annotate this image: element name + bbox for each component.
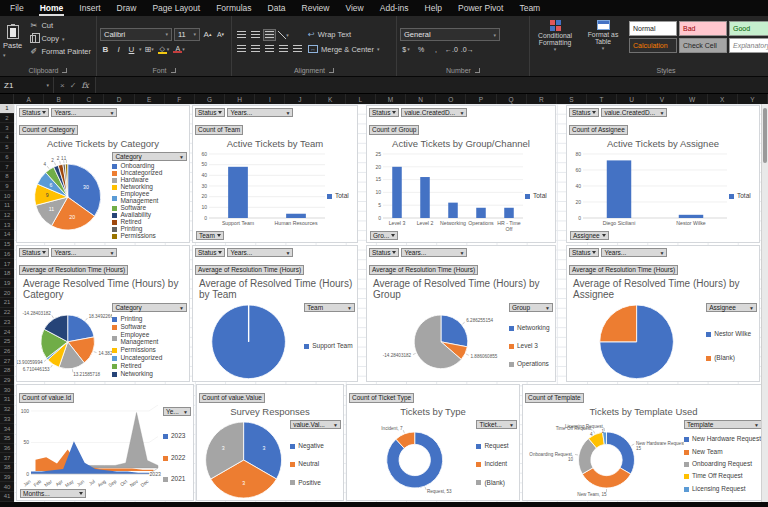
legend-field-ticket[interactable]: Ticket...▼ <box>476 420 517 429</box>
column-header-m[interactable]: M <box>376 94 406 104</box>
ribbon-tab-file[interactable]: File <box>2 0 32 16</box>
filter-status[interactable]: Status <box>369 248 399 257</box>
row-header-22[interactable]: 22 <box>0 308 14 318</box>
filter-ye[interactable]: Ye...▼ <box>163 407 191 416</box>
row-header-8[interactable]: 8 <box>0 172 14 182</box>
column-header-p[interactable]: P <box>466 94 496 104</box>
filter-months[interactable]: Months... <box>20 489 86 498</box>
copy-button[interactable]: Copy ▾ <box>27 32 93 45</box>
row-header-34[interactable]: 34 <box>0 424 14 434</box>
pivot-field-count-of-category[interactable]: Count of Category <box>19 125 78 135</box>
column-header-f[interactable]: F <box>165 94 195 104</box>
dialog-launcher-icon[interactable] <box>329 68 334 73</box>
pivot-field-count-of-team[interactable]: Count of Team <box>195 125 243 135</box>
row-header-13[interactable]: 13 <box>0 220 14 230</box>
filter-status[interactable]: Status <box>569 248 599 257</box>
format-painter-button[interactable]: ✐Format Painter <box>27 45 93 58</box>
legend-field-template[interactable]: Template▼ <box>684 420 762 429</box>
column-header-j[interactable]: J <box>285 94 315 104</box>
wrap-text-button[interactable]: ↩Wrap Text <box>308 28 379 41</box>
pivot-field-average-of-resolution-time-hours[interactable]: Average of Resolution Time (Hours) <box>569 265 678 275</box>
pivot-field-count-of-value-value[interactable]: Count of value.Value <box>199 393 265 403</box>
align-middle-button[interactable] <box>249 29 262 41</box>
row-header-41[interactable]: 41 <box>0 492 14 502</box>
column-header-g[interactable]: G <box>195 94 225 104</box>
cell-style-calculation[interactable]: Calculation <box>629 38 677 53</box>
insert-function-icon[interactable]: fx <box>81 81 88 90</box>
filter-assignee[interactable]: Assignee <box>570 231 609 240</box>
formula-input[interactable] <box>96 77 768 93</box>
pivot-field-count-of-value-id[interactable]: Count of value.Id <box>19 393 74 403</box>
row-header-24[interactable]: 24 <box>0 327 14 337</box>
pivot-field-average-of-resolution-time-hours[interactable]: Average of Resolution Time (Hours) <box>369 265 478 275</box>
align-right-button[interactable] <box>263 43 276 55</box>
legend-field-value-val[interactable]: value.Val...▼ <box>290 420 341 429</box>
underline-button[interactable]: U <box>126 43 137 56</box>
ribbon-tab-insert[interactable]: Insert <box>71 0 108 16</box>
row-header-12[interactable]: 12 <box>0 211 14 221</box>
filter-status[interactable]: Status <box>195 248 225 257</box>
comma-style-button[interactable]: , <box>430 43 442 55</box>
column-header-w[interactable]: W <box>677 94 707 104</box>
filter-years[interactable]: Years...▼ <box>51 248 117 257</box>
row-header-18[interactable]: 18 <box>0 269 14 279</box>
ribbon-tab-team[interactable]: Team <box>511 0 548 16</box>
row-header-39[interactable]: 39 <box>0 473 14 483</box>
column-header-u[interactable]: U <box>617 94 647 104</box>
ribbon-tab-view[interactable]: View <box>337 0 371 16</box>
number-format-select[interactable]: General▾ <box>400 28 500 41</box>
percent-button[interactable]: % <box>415 43 427 55</box>
filter-years[interactable]: Years...▼ <box>401 248 467 257</box>
column-header-n[interactable]: N <box>406 94 436 104</box>
column-header-l[interactable]: L <box>346 94 376 104</box>
column-header-e[interactable]: E <box>135 94 165 104</box>
filter-status[interactable]: Status <box>195 108 225 117</box>
column-header-c[interactable]: C <box>74 94 104 104</box>
legend-field-assignee[interactable]: Assignee▼ <box>706 303 757 312</box>
row-header-20[interactable]: 20 <box>0 288 14 298</box>
ribbon-tab-data[interactable]: Data <box>260 0 294 16</box>
currency-button[interactable]: $▾ <box>400 43 412 55</box>
font-color-button[interactable]: A▾ <box>172 43 186 56</box>
font-size-select[interactable]: 11▾ <box>174 28 200 41</box>
column-header-y[interactable]: Y <box>738 94 768 104</box>
ribbon-tab-page-layout[interactable]: Page Layout <box>144 0 208 16</box>
filter-status[interactable]: Status <box>19 108 49 117</box>
column-header-x[interactable]: X <box>708 94 738 104</box>
row-header-27[interactable]: 27 <box>0 356 14 366</box>
shrink-font-button[interactable]: A▾ <box>215 28 226 41</box>
column-header-i[interactable]: I <box>255 94 285 104</box>
ribbon-tab-draw[interactable]: Draw <box>109 0 145 16</box>
pivot-field-count-of-template[interactable]: Count of Template <box>525 393 584 403</box>
row-header-11[interactable]: 11 <box>0 201 14 211</box>
dialog-launcher-icon[interactable] <box>62 68 67 73</box>
scrollbar-thumb[interactable] <box>763 108 767 163</box>
cell-style-explanatory[interactable]: Explanatory ... <box>729 38 768 53</box>
decrease-indent-button[interactable] <box>277 43 290 55</box>
row-header-1[interactable]: 1 <box>0 104 14 114</box>
orientation-button[interactable]: ▾ <box>277 29 290 41</box>
pivot-field-average-of-resolution-time-hours[interactable]: Average of Resolution Time (Hours) <box>195 265 304 275</box>
cancel-icon[interactable]: × <box>60 81 65 90</box>
legend-field-category[interactable]: Category▼ <box>112 152 187 161</box>
cell-style-good[interactable]: Good <box>729 21 768 36</box>
legend-field-team[interactable]: Team▼ <box>304 303 355 312</box>
column-header-a[interactable]: A <box>14 94 44 104</box>
filter-status[interactable]: Status <box>369 108 399 117</box>
filter-years[interactable]: Years...▼ <box>227 248 293 257</box>
column-header-v[interactable]: V <box>647 94 677 104</box>
column-header-r[interactable]: R <box>527 94 557 104</box>
filter-status[interactable]: Status <box>19 248 49 257</box>
filter-team[interactable]: Team <box>196 231 224 240</box>
fill-color-button[interactable]: ◇▾ <box>157 43 171 56</box>
row-header-30[interactable]: 30 <box>0 385 14 395</box>
column-header-k[interactable]: K <box>316 94 346 104</box>
ribbon-tab-power-pivot[interactable]: Power Pivot <box>450 0 511 16</box>
row-header-36[interactable]: 36 <box>0 444 14 454</box>
row-header-5[interactable]: 5 <box>0 143 14 153</box>
pivot-field-count-of-group[interactable]: Count of Group <box>369 125 419 135</box>
row-header-7[interactable]: 7 <box>0 162 14 172</box>
font-name-select[interactable]: Calibri▾ <box>100 28 172 41</box>
align-top-button[interactable] <box>235 29 248 41</box>
increase-decimal-button[interactable]: ←.0 <box>445 43 458 55</box>
